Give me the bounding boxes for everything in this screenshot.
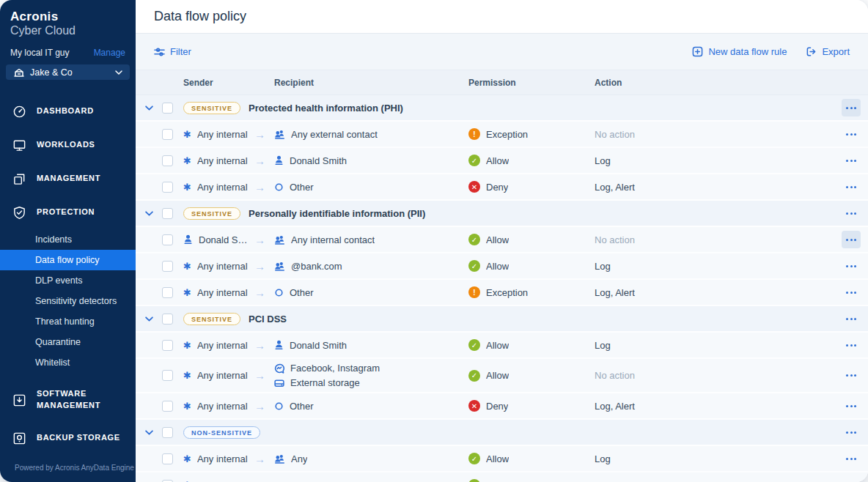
row-checkbox[interactable] [162,155,173,166]
row-checkbox[interactable] [162,401,173,412]
any-sender-icon: ✱ [183,288,191,297]
row-menu-button[interactable] [842,450,861,467]
contacts-icon [274,130,285,139]
partner-label: My local IT guy [10,48,69,58]
backup-drive-icon [12,431,26,445]
any-sender-icon: ✱ [183,262,191,271]
contacts-icon [274,454,285,464]
group-checkbox[interactable] [162,208,173,219]
manage-link[interactable]: Manage [94,48,125,58]
flow-arrow-icon: → [253,234,272,246]
row-checkbox[interactable] [162,261,173,272]
row-menu-button[interactable] [842,257,861,275]
row-menu-button[interactable] [842,367,861,385]
group-checkbox[interactable] [162,314,173,325]
other-icon [274,288,284,297]
row-menu-button[interactable] [842,231,861,248]
table-row: ✱Any internal → @bank.com ✓Allow Log [136,253,868,280]
page-header: Data flow policy [136,0,868,34]
column-header-permission: Permission [466,78,592,88]
sidebar-item-threat-hunting[interactable]: Threat hunting [0,311,136,332]
sidebar-item-backup-storage[interactable]: BACKUP STORAGE [0,421,136,455]
table-row: ✱Any internal → Facebook, Instagram Exte… [136,359,868,393]
row-checkbox[interactable] [162,340,173,351]
person-icon [183,234,193,245]
sidebar-item-software-management[interactable]: SOFTWARE MANAGEMENT [0,379,136,421]
row-menu-button[interactable] [842,310,861,327]
row-menu-button[interactable] [842,423,861,441]
row-menu-button[interactable] [842,152,861,169]
sensitivity-badge: SENSITIVE [183,102,240,114]
sidebar-item-sensitivity-detectors[interactable]: Sensitivity detectors [0,291,136,311]
group-title: Personally identifiable information (PII… [249,208,425,219]
plus-square-icon [692,46,703,57]
software-download-icon [12,393,26,407]
company-icon [13,67,24,77]
group-title: Protected health information (PHI) [249,103,403,114]
sidebar-item-dlp-events[interactable]: DLP events [0,270,136,291]
row-menu-button[interactable] [842,283,861,301]
allow-status-icon: ✓ [468,479,480,482]
table-row: ✱Any internal → Other !Exception Log, Al… [136,280,868,306]
allow-status-icon: ✓ [468,370,480,382]
row-checkbox[interactable] [162,453,173,464]
social-app-icon [274,363,284,374]
filter-button[interactable]: Filter [154,46,191,57]
column-header-action: Action [592,78,834,88]
collapse-chevron-icon[interactable] [136,316,162,322]
sensitivity-badge: SENSITIVE [183,313,240,325]
action-value: Log, Alert [592,287,834,298]
row-menu-button[interactable] [842,99,861,116]
tenant-selector[interactable]: Jake & Co [6,64,130,80]
person-icon [274,155,284,166]
row-menu-button[interactable] [842,178,861,196]
brand-name: Acronis [10,10,125,24]
action-value: Log [592,261,834,272]
row-menu-button[interactable] [842,125,861,143]
group-checkbox[interactable] [162,103,173,114]
row-checkbox[interactable] [162,234,173,245]
row-checkbox[interactable] [162,129,173,140]
group-checkbox[interactable] [162,427,173,438]
sidebar-item-whitelist[interactable]: Whitelist [0,352,136,373]
exception-status-icon: ! [468,286,480,298]
deny-status-icon: ✕ [468,400,480,412]
allow-status-icon: ✓ [468,260,480,272]
group-row-pci-dss: SENSITIVE PCI DSS [136,306,868,333]
row-checkbox[interactable] [162,287,173,298]
table-row: Donald Smith → Any internal contact ✓All… [136,227,868,253]
collapse-chevron-icon[interactable] [136,430,162,435]
export-button[interactable]: Export [806,46,850,57]
any-sender-icon: ✱ [183,182,191,192]
sidebar-item-protection[interactable]: PROTECTION [0,196,136,229]
filter-icon [154,47,165,57]
table-row: ✱Any internal → Other ✕Deny Log, Alert [136,174,868,201]
external-storage-icon [274,379,284,388]
sidebar-item-workloads[interactable]: WORKLOADS [0,128,136,162]
any-sender-icon: ✱ [183,371,191,380]
sidebar-item-data-flow-policy[interactable]: Data flow policy [0,250,136,270]
sidebar-item-dashboard[interactable]: DASHBOARD [0,94,136,128]
sidebar-item-management[interactable]: MANAGEMENT [0,162,136,196]
sidebar-item-quarantine[interactable]: Quarantine [0,332,136,352]
action-value: Log [592,340,834,351]
column-header-sender: Sender [181,78,253,88]
collapse-chevron-icon[interactable] [136,105,162,111]
row-checkbox[interactable] [162,182,173,193]
row-menu-button[interactable] [842,204,861,222]
flow-arrow-icon: → [253,400,272,412]
group-row-phi: SENSITIVE Protected health information (… [136,95,868,122]
row-checkbox[interactable] [162,370,173,381]
table-body: SENSITIVE Protected health information (… [136,95,868,482]
contacts-icon [274,262,285,271]
row-checkbox[interactable] [162,480,173,482]
flow-arrow-icon: → [253,339,272,352]
collapse-chevron-icon[interactable] [136,211,162,216]
shield-check-icon [12,205,26,220]
table-row: ✱Any internal → Any ✓Allow Log [136,446,868,472]
row-menu-button[interactable] [842,336,861,354]
layers-icon [12,171,26,186]
sidebar-item-incidents[interactable]: Incidents [0,229,136,250]
row-menu-button[interactable] [842,397,861,415]
new-data-flow-rule-button[interactable]: New data flow rule [692,46,787,57]
